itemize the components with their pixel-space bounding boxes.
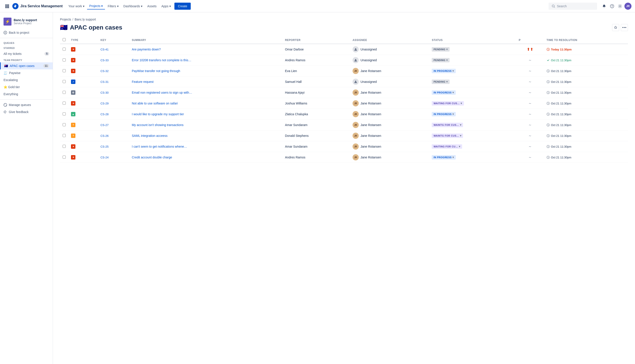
grid-icon[interactable] xyxy=(4,3,11,10)
row-checkbox[interactable] xyxy=(63,48,66,51)
status-badge[interactable]: PENDING ▾ xyxy=(432,80,449,84)
status-badge[interactable]: PENDING ▾ xyxy=(432,47,449,52)
row-checkbox[interactable] xyxy=(63,112,66,116)
row-summary[interactable]: Credit account double charge xyxy=(129,152,282,163)
sidebar-item-all-tickets[interactable]: All my tickets 5 xyxy=(0,50,53,57)
issue-summary[interactable]: Error 10208 transfers not complete is th… xyxy=(132,58,191,62)
nav-dashboards[interactable]: Dashboards ▾ xyxy=(121,3,145,9)
issue-key[interactable]: CS-31 xyxy=(101,80,109,84)
status-badge[interactable]: IN PROGRESS ▾ xyxy=(432,155,455,160)
row-checkbox[interactable] xyxy=(63,156,66,159)
issue-key[interactable]: CS-24 xyxy=(101,156,109,159)
row-summary[interactable]: PayWise transfer not going through xyxy=(129,66,282,76)
breadcrumb-project-name[interactable]: Banc.ly support xyxy=(75,18,96,21)
row-checkbox[interactable] xyxy=(63,69,66,72)
row-key[interactable]: CS-27 xyxy=(98,120,129,130)
row-summary[interactable]: Email non registered users to sign up wi… xyxy=(129,87,282,98)
issue-summary[interactable]: SAML integration acceess xyxy=(132,134,168,138)
issue-summary[interactable]: Email non registered users to sign up wi… xyxy=(132,91,192,94)
status-badge[interactable]: IN PROGRESS ▾ xyxy=(432,90,455,95)
sidebar-item-gold-tier[interactable]: ⭐ Gold tier xyxy=(0,84,53,90)
sidebar-manage-queues[interactable]: Manage queues xyxy=(0,101,53,108)
issue-summary[interactable]: PayWise transfer not going through xyxy=(132,69,180,73)
back-to-project[interactable]: Back to project xyxy=(0,29,53,36)
row-key[interactable]: CS-25 xyxy=(98,141,129,152)
sidebar-give-feedback[interactable]: Give feedback xyxy=(0,108,53,116)
row-summary[interactable]: SAML integration acceess xyxy=(129,130,282,141)
nav-apps[interactable]: Apps ▾ xyxy=(159,3,173,9)
create-button[interactable]: Create xyxy=(174,3,191,10)
issue-key[interactable]: CS-25 xyxy=(101,145,109,148)
status-badge[interactable]: WAITING FOR CU… ▾ xyxy=(432,144,462,149)
row-checkbox[interactable] xyxy=(63,134,66,137)
sidebar-item-apac[interactable]: 🇦🇺 APAC open cases 11 xyxy=(0,62,53,70)
issue-key[interactable]: CS-32 xyxy=(101,70,109,73)
issue-summary[interactable]: I can't seem to get notifications whene… xyxy=(132,145,187,148)
issue-key[interactable]: CS-30 xyxy=(101,91,109,94)
status-badge[interactable]: IN PROGRESS ▾ xyxy=(432,112,455,116)
row-checkbox[interactable] xyxy=(63,91,66,94)
issue-summary[interactable]: Credit account double charge xyxy=(132,156,172,159)
issue-summary[interactable]: I would like to upgrade my support tier xyxy=(132,112,184,116)
row-summary[interactable]: Error 10208 transfers not complete is th… xyxy=(129,55,282,66)
row-key[interactable]: CS-30 xyxy=(98,87,129,98)
row-status[interactable]: PENDING ▾ xyxy=(429,44,516,55)
issue-key[interactable]: CS-41 xyxy=(101,48,109,51)
row-status[interactable]: PENDING ▾ xyxy=(429,76,516,87)
issue-key[interactable]: CS-33 xyxy=(101,58,109,62)
select-all-checkbox[interactable] xyxy=(63,38,66,41)
status-badge[interactable]: WAINTG FOR CUS… ▾ xyxy=(432,134,463,138)
app-logo[interactable]: Jira Service Management xyxy=(12,3,63,9)
status-badge[interactable]: WAITING FOR CUS… ▾ xyxy=(432,101,464,106)
more-button[interactable]: ••• xyxy=(621,24,628,31)
row-status[interactable]: IN PROGRESS ▾ xyxy=(429,66,516,76)
row-checkbox[interactable] xyxy=(63,123,66,126)
row-summary[interactable]: Feature request xyxy=(129,76,282,87)
row-key[interactable]: CS-28 xyxy=(98,109,129,120)
row-status[interactable]: WAITING FOR CU… ▾ xyxy=(429,141,516,152)
sidebar-item-escalating[interactable]: Escalating xyxy=(0,76,53,84)
issue-key[interactable]: CS-29 xyxy=(101,102,109,105)
row-status[interactable]: IN PROGRESS ▾ xyxy=(429,152,516,163)
status-badge[interactable]: WAINTG FOR CUS… ▾ xyxy=(432,123,463,127)
row-summary[interactable]: I would like to upgrade my support tier xyxy=(129,109,282,120)
issue-key[interactable]: CS-27 xyxy=(101,124,109,127)
sidebar-item-paywise[interactable]: 🧾 Paywise xyxy=(0,70,53,76)
row-checkbox[interactable] xyxy=(63,145,66,148)
row-checkbox[interactable] xyxy=(63,102,66,105)
issue-key[interactable]: CS-28 xyxy=(101,112,109,116)
help-button[interactable]: ? xyxy=(608,3,615,10)
row-key[interactable]: CS-33 xyxy=(98,55,129,66)
issue-summary[interactable]: Not able to use software on safari xyxy=(132,102,178,105)
star-button[interactable] xyxy=(612,24,619,31)
row-status[interactable]: WAINTG FOR CUS… ▾ xyxy=(429,130,516,141)
row-summary[interactable]: Not able to use software on safari xyxy=(129,98,282,109)
issue-summary[interactable]: My account isn't showing transactions xyxy=(132,123,184,127)
status-badge[interactable]: IN PROGRESS ▾ xyxy=(432,69,455,73)
nav-your-work[interactable]: Your work ▾ xyxy=(66,3,87,9)
nav-projects[interactable]: Projects ▾ xyxy=(87,3,105,10)
row-status[interactable]: IN PROGRESS ▾ xyxy=(429,109,516,120)
sidebar-item-everything[interactable]: Everything xyxy=(0,90,53,98)
row-status[interactable]: WAITING FOR CUS… ▾ xyxy=(429,98,516,109)
row-key[interactable]: CS-26 xyxy=(98,130,129,141)
row-status[interactable]: IN PROGRESS ▾ xyxy=(429,87,516,98)
row-checkbox[interactable] xyxy=(63,58,66,62)
issue-key[interactable]: CS-26 xyxy=(101,134,109,138)
row-key[interactable]: CS-31 xyxy=(98,76,129,87)
search-bar[interactable]: Search xyxy=(548,3,597,10)
row-status[interactable]: PENDING ▾ xyxy=(429,55,516,66)
notifications-button[interactable] xyxy=(600,3,608,10)
row-key[interactable]: CS-41 xyxy=(98,44,129,55)
row-summary[interactable]: Are payments down? xyxy=(129,44,282,55)
row-key[interactable]: CS-29 xyxy=(98,98,129,109)
breadcrumb-projects[interactable]: Projects xyxy=(60,18,71,21)
row-checkbox[interactable] xyxy=(63,80,66,83)
status-badge[interactable]: PENDING ▾ xyxy=(432,58,449,62)
nav-filters[interactable]: Filters ▾ xyxy=(105,3,121,9)
issue-summary[interactable]: Are payments down? xyxy=(132,48,161,51)
row-status[interactable]: WAINTG FOR CUS… ▾ xyxy=(429,120,516,130)
issue-summary[interactable]: Feature request xyxy=(132,80,154,84)
user-avatar[interactable]: JR xyxy=(624,3,631,10)
settings-button[interactable] xyxy=(616,3,623,10)
